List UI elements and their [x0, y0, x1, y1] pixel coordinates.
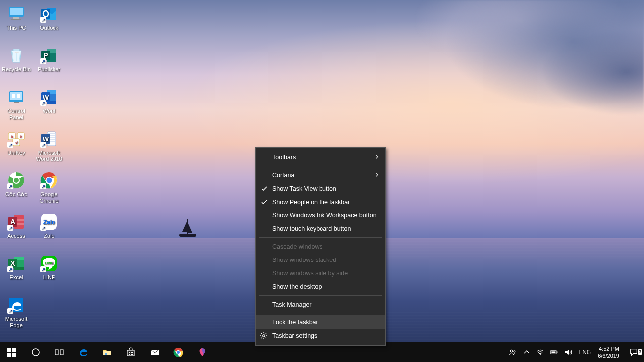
svg-rect-57 — [12, 353, 16, 357]
maps-pin-icon — [197, 347, 207, 357]
svg-point-72 — [510, 350, 513, 352]
context-menu-item[interactable]: Toolbars — [256, 151, 385, 164]
tray-clock[interactable]: 4:52 PM 6/6/2019 — [594, 345, 623, 359]
svg-point-73 — [514, 351, 516, 353]
tray-ime[interactable]: ENG — [575, 342, 594, 362]
desktop-icon-label: Google Chrome — [33, 191, 65, 204]
desktop-icon-microsoft-word-2010[interactable]: W ↗ Microsoft Word 2010 — [33, 127, 65, 168]
excel-icon: X ↗ — [6, 254, 26, 273]
desktop-icon-control-panel[interactable]: Control Panel — [0, 85, 33, 127]
context-menu-item-label: Show touch keyboard button — [272, 225, 351, 232]
desktop-icon-line[interactable]: LINE ↗ LINE — [33, 252, 65, 293]
tray-action-center[interactable]: 3 — [623, 348, 644, 357]
desktop-icon-publisher[interactable]: P ↗ Publisher — [33, 44, 65, 85]
mail-icon — [150, 347, 160, 357]
context-menu-item-label: Show People on the taskbar — [272, 199, 350, 206]
shortcut-overlay-icon: ↗ — [7, 142, 13, 148]
svg-rect-62 — [105, 353, 107, 355]
context-menu-item[interactable]: Cortana — [256, 168, 385, 182]
svg-text:ơ: ơ — [15, 140, 18, 145]
taskbar-app-maps[interactable] — [190, 342, 214, 362]
context-menu-item[interactable]: Show touch keyboard button — [256, 222, 385, 235]
task-view-button[interactable] — [48, 342, 71, 362]
action-center-badge: 3 — [638, 349, 642, 355]
svg-rect-64 — [129, 352, 130, 353]
chevron-right-icon — [375, 172, 379, 178]
desktop-icon-unikey[interactable]: âêơ ↗ UniKey — [0, 127, 33, 168]
desktop-icon-label: Outlook — [40, 25, 58, 31]
taskbar-context-menu: ToolbarsCortanaShow Task View buttonShow… — [255, 147, 386, 346]
file-explorer-icon — [102, 347, 112, 357]
svg-text:LINE: LINE — [45, 261, 54, 265]
tray-overflow-chevron[interactable] — [520, 342, 534, 362]
store-icon — [126, 347, 136, 357]
shortcut-overlay-icon: ↗ — [7, 225, 13, 231]
svg-text:ê: ê — [20, 134, 22, 139]
desktop-icon-this-pc[interactable]: This PC — [0, 2, 33, 44]
svg-rect-3 — [11, 19, 21, 20]
svg-rect-9 — [14, 102, 19, 103]
context-menu-item[interactable]: Show Task View button — [256, 182, 385, 195]
tray-people[interactable] — [506, 342, 520, 362]
tray-network[interactable] — [534, 342, 547, 362]
cortana-search-button[interactable] — [24, 342, 48, 362]
chrome-icon — [173, 347, 183, 357]
shortcut-overlay-icon: ↗ — [40, 266, 46, 272]
taskbar-app-microsoft-store[interactable] — [119, 342, 143, 362]
desktop-icon-microsoft-edge[interactable]: ↗ Microsoft Edge — [0, 293, 33, 335]
desktop-icon-label: Microsoft Edge — [0, 316, 33, 329]
this-pc-icon — [6, 4, 26, 24]
desktop-icon-google-chrome[interactable]: ↗ Google Chrome — [33, 168, 65, 210]
context-menu-item[interactable]: Show People on the taskbar — [256, 195, 385, 208]
control-panel-icon — [6, 87, 26, 107]
taskbar-app-chrome[interactable] — [166, 342, 190, 362]
shortcut-overlay-icon: ↗ — [40, 58, 46, 64]
context-menu-item-label: Show windows side by side — [272, 270, 348, 277]
desktop-icon-zalo[interactable]: Zalo ↗ Zalo — [33, 210, 65, 252]
taskbar-app-edge[interactable] — [71, 342, 95, 362]
tray-battery[interactable] — [547, 342, 561, 362]
desktop-icon-outlook[interactable]: ↗ Outlook — [33, 2, 65, 44]
desktop-icon-label: UniKey — [7, 150, 25, 156]
start-button[interactable] — [0, 342, 24, 362]
taskbar-app-mail[interactable] — [143, 342, 166, 362]
taskbar-app-file-explorer[interactable] — [95, 342, 119, 362]
desktop-icon-label: Microsoft Word 2010 — [33, 150, 65, 162]
desktop-icon-label: Recycle Bin — [2, 66, 31, 73]
context-menu-item-label: Show Task View button — [272, 185, 336, 192]
clock-date: 6/6/2019 — [598, 352, 619, 359]
context-menu-item[interactable]: Lock the taskbar — [256, 315, 385, 329]
context-menu-item[interactable]: Task Manager — [256, 298, 385, 311]
context-menu-item[interactable]: Show Windows Ink Workspace button — [256, 208, 385, 222]
svg-point-53 — [263, 334, 265, 336]
desktop-icon-excel[interactable]: X ↗ Excel — [0, 252, 33, 293]
context-menu-item-label: Show Windows Ink Workspace button — [272, 212, 376, 219]
battery-icon — [550, 348, 558, 356]
svg-rect-7 — [12, 94, 15, 98]
svg-rect-65 — [131, 352, 133, 353]
context-menu-item[interactable]: Show the desktop — [256, 280, 385, 293]
taskbar-left — [0, 342, 214, 362]
context-menu-item-label: Taskbar settings — [272, 332, 317, 339]
svg-text:â: â — [11, 134, 13, 139]
word-2010-icon: W ↗ — [39, 129, 59, 149]
shortcut-overlay-icon: ↗ — [40, 100, 46, 106]
desktop-icon-access[interactable]: A ↗ Access — [0, 210, 33, 252]
desktop-icon-label: Access — [7, 233, 25, 239]
svg-rect-63 — [127, 350, 134, 356]
chevron-right-icon — [375, 155, 379, 160]
shortcut-overlay-icon: ↗ — [7, 308, 13, 314]
desktop-icon-word[interactable]: W ↗ Word — [33, 85, 65, 127]
zalo-icon: Zalo ↗ — [39, 212, 59, 232]
desktop-icon-recycle-bin[interactable]: Recycle Bin — [0, 44, 33, 85]
desktop-icon-coc-coc[interactable]: ↗ Cốc Cốc — [0, 168, 33, 210]
chrome-icon: ↗ — [39, 170, 59, 190]
unikey-icon: âêơ ↗ — [6, 129, 26, 149]
desktop-icon-label: Publisher — [38, 66, 60, 73]
tray-volume[interactable] — [561, 342, 575, 362]
shortcut-overlay-icon: ↗ — [7, 183, 13, 189]
context-menu-item-label: Lock the taskbar — [272, 319, 318, 326]
context-menu-item[interactable]: Taskbar settings — [256, 329, 385, 342]
context-menu-item: Cascade windows — [256, 240, 385, 253]
desktop-icon-label: Control Panel — [0, 108, 33, 121]
